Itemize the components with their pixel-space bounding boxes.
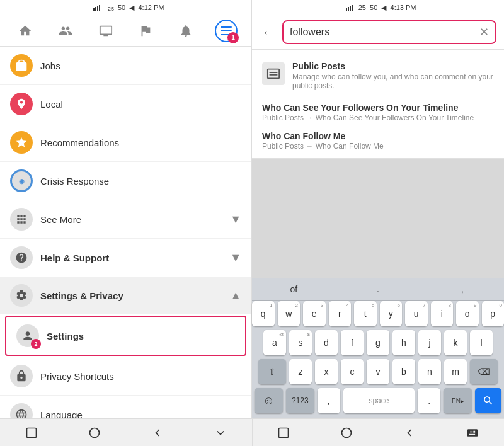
nav-circle-left[interactable] [82,423,107,442]
settings-privacy-label: Settings & Privacy [40,290,230,301]
settings-privacy-icon [10,284,33,307]
right-screen: 25 50 ◀ 4:13 PM ← followers ✕ Public Pos… [252,0,504,418]
nav-friends[interactable] [54,20,77,42]
key-r[interactable]: r4 [329,301,352,326]
svg-rect-8 [352,5,353,11]
menu-list: Jobs Local Recommendations ◉ [0,47,251,418]
settings-privacy-chevron: ▲ [230,289,241,302]
svg-rect-7 [350,6,351,11]
menu-item-settings[interactable]: 2 Settings [5,316,246,356]
follow-me-sub: Public Posts → Who Can Follow Me [262,142,494,151]
nav-bar: 1 [0,15,251,47]
key-t[interactable]: t5 [354,301,377,326]
key-delete[interactable]: ⌫ [470,359,498,384]
key-u[interactable]: u7 [405,301,428,326]
key-h[interactable]: h [392,330,415,355]
key-c[interactable]: c [341,359,364,384]
menu-item-help[interactable]: Help & Support ▼ [0,239,251,277]
svg-rect-5 [346,8,347,11]
nav-keyboard-right[interactable] [460,423,485,442]
nav-square-left[interactable] [19,423,44,442]
nav-flag[interactable] [134,20,157,42]
menu-item-recommendations[interactable]: Recommendations [0,123,251,162]
search-bar: ← followers ✕ [252,15,504,50]
key-b[interactable]: b [392,359,415,384]
key-123[interactable]: ?123 [286,388,314,413]
svg-point-12 [342,428,352,437]
jobs-label: Jobs [40,60,241,71]
key-p[interactable]: p0 [482,301,505,326]
public-posts-content: Public Posts Manage who can follow you, … [292,61,494,90]
menu-item-privacy-shortcuts[interactable]: Privacy Shortcuts [0,357,251,396]
follow-me-title: Who Can Follow Me [262,131,494,141]
settings-icon: 2 [16,324,39,347]
result-public-posts[interactable]: Public Posts Manage who can follow you, … [252,55,504,96]
key-l[interactable]: l [470,330,493,355]
key-en[interactable]: EN▸ [444,388,472,413]
suggestion-dot[interactable]: . [336,282,421,297]
public-posts-title: Public Posts [292,61,494,71]
nav-home[interactable] [14,20,37,42]
privacy-icon [10,365,33,387]
key-a[interactable]: a@ [263,330,286,355]
key-j[interactable]: j [418,330,441,355]
key-i[interactable]: i8 [431,301,454,326]
nav-watch[interactable] [94,20,117,42]
back-button[interactable]: ← [260,23,277,42]
nav-circle-right[interactable] [334,423,359,442]
key-q[interactable]: q1 [252,301,275,326]
result-see-followers[interactable]: Who Can See Your Followers On Your Timel… [252,96,504,125]
nav-down-left[interactable] [208,423,233,442]
search-clear-button[interactable]: ✕ [479,25,489,39]
nav-square-right[interactable] [271,423,296,442]
key-y[interactable]: y6 [380,301,403,326]
key-n[interactable]: n [418,359,441,384]
menu-item-settings-privacy[interactable]: Settings & Privacy ▲ [0,277,251,314]
keyboard-row-2: a@ s$ d f g h j k l [252,330,504,355]
language-label: Language [40,409,241,419]
nav-bell[interactable] [175,20,197,42]
key-e[interactable]: e3 [303,301,326,326]
key-z[interactable]: z [289,359,312,384]
menu-item-see-more[interactable]: See More ▼ [0,200,251,239]
local-icon [10,93,33,115]
key-f[interactable]: f [341,330,364,355]
svg-rect-0 [93,8,94,11]
result-follow-me[interactable]: Who Can Follow Me Public Posts → Who Can… [252,125,504,153]
key-space[interactable]: space [343,388,415,413]
menu-item-jobs[interactable]: Jobs [0,47,251,85]
key-s[interactable]: s$ [289,330,312,355]
key-g[interactable]: g [367,330,389,355]
key-k[interactable]: k [444,330,467,355]
public-posts-icon [262,62,285,85]
nav-menu[interactable]: 1 [215,20,238,42]
menu-item-crisis[interactable]: ◉ Crisis Response [0,162,251,200]
menu-item-local[interactable]: Local [0,85,251,123]
bottom-nav [0,418,504,446]
key-d[interactable]: d [315,330,338,355]
gray-area [252,159,504,278]
search-input-container[interactable]: followers ✕ [282,20,496,44]
help-label: Help & Support [40,253,230,263]
svg-text:25: 25 [108,6,114,11]
key-emoji[interactable]: ☺ [255,388,283,413]
help-icon [10,246,33,269]
nav-back-right[interactable] [397,423,422,442]
crisis-label: Crisis Response [40,176,241,186]
key-w[interactable]: w2 [278,301,301,326]
key-m[interactable]: m [444,359,467,384]
menu-item-language[interactable]: Language [0,396,251,418]
key-period[interactable]: . [418,388,440,413]
nav-back-left[interactable] [145,423,170,442]
key-shift[interactable]: ⇧ [258,359,286,384]
search-input-text: followers [290,26,479,38]
key-search[interactable] [475,388,501,413]
key-comma[interactable]: , [318,388,340,413]
key-v[interactable]: v [367,359,389,384]
suggestion-of[interactable]: of [252,282,336,297]
key-x[interactable]: x [315,359,338,384]
key-o[interactable]: o9 [456,301,479,326]
jobs-icon [10,54,33,77]
suggestion-comma[interactable]: , [420,282,504,297]
left-status-text: 25 50 ◀ 4:12 PM [88,4,164,12]
